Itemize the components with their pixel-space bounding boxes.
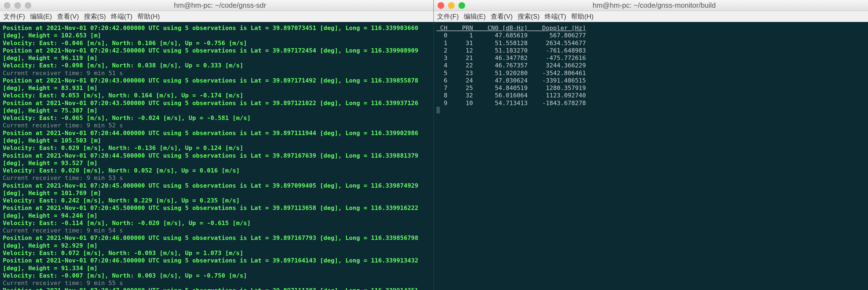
table-row: 3 21 46.347782 -475.772616 — [436, 55, 586, 61]
terminal-line: Position at 2021-Nov-01 07:20:45.500000 … — [3, 204, 418, 211]
terminal-line: Current receiver time: 9 min 55 s — [3, 280, 123, 286]
window-controls-left — [4, 2, 31, 9]
terminal-line: [deg], Height = 94.246 [m] — [3, 212, 97, 219]
terminal-line: Current receiver time: 9 min 54 s — [3, 227, 123, 234]
maximize-icon[interactable] — [25, 2, 31, 9]
terminal-line: Current receiver time: 9 min 52 s — [3, 122, 123, 129]
terminal-line: Velocity: East: -0.098 [m/s], North: 0.0… — [3, 62, 243, 69]
menu-view[interactable]: 查看(V) — [490, 11, 514, 22]
table-row: 6 24 47.030624 -3391.486515 — [436, 77, 586, 84]
menu-help[interactable]: 帮助(H) — [136, 11, 161, 22]
menu-file[interactable]: 文件(F) — [2, 11, 26, 22]
minimize-icon[interactable] — [448, 2, 455, 9]
terminal-line: Position at 2021-Nov-01 07:20:42.500000 … — [3, 47, 418, 54]
menu-edit[interactable]: 编辑(E) — [29, 11, 53, 22]
table-row: 8 32 56.016064 1123.092740 — [436, 92, 586, 99]
maximize-icon[interactable] — [459, 2, 465, 9]
terminal-line: Position at 2021-Nov-01 07:20:42.000000 … — [3, 25, 418, 31]
terminal-line: Current receiver time: 9 min 53 s — [3, 174, 123, 181]
terminal-line: [deg], Height = 101.769 [m] — [3, 190, 101, 196]
menu-view[interactable]: 查看(V) — [56, 11, 80, 22]
table-row: 5 23 51.920280 -3542.806461 — [436, 70, 586, 76]
terminal-line: [deg], Height = 96.119 [m] — [3, 55, 97, 61]
window-title-left: hm@hm-pc: ~/code/gnss-sdr — [31, 1, 409, 10]
terminal-line: Position at 2021-Nov-01 07:20:47.000000 … — [3, 287, 418, 290]
table-row: 0 1 47.685619 567.806277 — [436, 32, 586, 39]
terminal-line: [deg], Height = 83.931 [m] — [3, 85, 97, 91]
window-controls-right — [438, 2, 465, 9]
window-gnss-sdr: hm@hm-pc: ~/code/gnss-sdr 文件(F) 编辑(E) 查看… — [0, 0, 434, 290]
terminal-line: Velocity: East: -0.114 [m/s], North: -0.… — [3, 220, 251, 226]
terminal-line: [deg], Height = 92.929 [m] — [3, 242, 97, 249]
terminal-line: Position at 2021-Nov-01 07:20:44.500000 … — [3, 152, 418, 159]
terminal-line: [deg], Height = 105.503 [m] — [3, 137, 101, 144]
terminal-output-left[interactable]: Position at 2021-Nov-01 07:20:42.000000 … — [0, 22, 433, 290]
menu-terminal[interactable]: 终端(T) — [110, 11, 134, 22]
terminal-line: [deg], Height = 93.527 [m] — [3, 160, 97, 166]
terminal-line: Velocity: East: 0.020 [m/s], North: 0.05… — [3, 167, 240, 174]
terminal-output-right[interactable]: CH PRN CN0 [dB-Hz] Doppler [Hz] 0 1 47.6… — [434, 22, 868, 290]
terminal-line: Position at 2021-Nov-01 07:20:46.000000 … — [3, 234, 418, 241]
menu-help[interactable]: 帮助(H) — [570, 11, 594, 22]
menubar-right: 文件(F) 编辑(E) 查看(V) 搜索(S) 终端(T) 帮助(H) — [434, 11, 868, 22]
terminal-line: Velocity: East: 0.053 [m/s], North: 0.16… — [3, 92, 243, 99]
menu-terminal[interactable]: 终端(T) — [544, 11, 567, 22]
terminal-line: Position at 2021-Nov-01 07:20:45.000000 … — [3, 182, 418, 189]
terminal-line: Current receiver time: 9 min 51 s — [3, 70, 123, 76]
terminal-line: [deg], Height = 75.387 [m] — [3, 107, 97, 114]
menu-edit[interactable]: 编辑(E) — [463, 11, 487, 22]
table-row: 1 31 51.558128 2634.554677 — [436, 40, 586, 46]
terminal-line: Position at 2021-Nov-01 07:20:43.500000 … — [3, 100, 418, 106]
menu-search[interactable]: 搜索(S) — [83, 11, 107, 22]
window-gnss-monitor: hm@hm-pc: ~/code/gnss-monitor/build 文件(F… — [434, 0, 868, 290]
table-header: CH PRN CN0 [dB-Hz] Doppler [Hz] — [436, 25, 586, 31]
terminal-line: Velocity: East: -0.065 [m/s], North: -0.… — [3, 115, 251, 121]
terminal-line: Velocity: East: 0.029 [m/s], North: -0.1… — [3, 144, 243, 151]
table-row: 2 12 51.183270 -761.648983 — [436, 47, 586, 54]
terminal-line: [deg], Height = 91.334 [m] — [3, 265, 97, 271]
terminal-line: Velocity: East: 0.072 [m/s], North: -0.0… — [3, 250, 243, 256]
table-row: 7 25 54.840519 1280.357919 — [436, 85, 586, 91]
terminal-line: Position at 2021-Nov-01 07:20:46.500000 … — [3, 257, 418, 264]
titlebar-left[interactable]: hm@hm-pc: ~/code/gnss-sdr — [0, 0, 433, 11]
titlebar-right[interactable]: hm@hm-pc: ~/code/gnss-monitor/build — [434, 0, 868, 11]
terminal-line: Position at 2021-Nov-01 07:20:44.000000 … — [3, 130, 418, 136]
window-title-right: hm@hm-pc: ~/code/gnss-monitor/build — [465, 1, 843, 10]
terminal-line: Position at 2021-Nov-01 07:20:43.000000 … — [3, 77, 418, 84]
cursor — [436, 107, 440, 114]
terminal-line: Velocity: East: -0.007 [m/s], North: 0.0… — [3, 272, 247, 279]
menubar-left: 文件(F) 编辑(E) 查看(V) 搜索(S) 终端(T) 帮助(H) — [0, 11, 433, 22]
terminal-line: Velocity: East: -0.046 [m/s], North: 0.1… — [3, 40, 247, 46]
menu-file[interactable]: 文件(F) — [436, 11, 460, 22]
close-icon[interactable] — [438, 2, 444, 9]
table-row: 4 22 46.767357 3244.366229 — [436, 62, 586, 69]
table-row: 9 10 54.713413 -1843.678278 — [436, 100, 586, 106]
terminal-line: [deg], Height = 102.653 [m] — [3, 32, 101, 39]
menu-search[interactable]: 搜索(S) — [517, 11, 541, 22]
close-icon[interactable] — [4, 2, 10, 9]
minimize-icon[interactable] — [14, 2, 21, 9]
terminal-line: Velocity: East: 0.242 [m/s], North: 0.22… — [3, 197, 240, 204]
